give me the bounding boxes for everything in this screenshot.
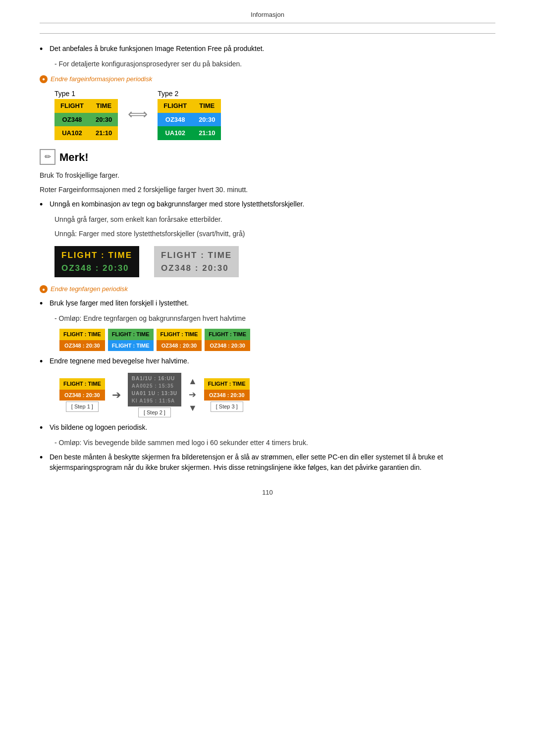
type1-table: FLIGHT TIME OZ348 20:30 UA102 21:10 xyxy=(54,99,118,140)
rot-cell-2-2: FLIGHT : TIME xyxy=(108,340,154,352)
rot-box-4: FLIGHT : TIME OZ348 : 20:30 xyxy=(205,329,250,351)
type2-table: FLIGHT TIME OZ348 20:30 UA102 21:10 xyxy=(158,99,221,140)
flight-1a: OZ348 xyxy=(54,113,90,127)
step3-row-2: OZ348 : 20:30 xyxy=(204,390,250,401)
step2-line2: AA0025 : 15:35 xyxy=(132,382,177,390)
double-arrow-icon: ⟺ xyxy=(128,104,148,125)
header-divider xyxy=(40,33,495,34)
step1-cell-1: FLIGHT : TIME xyxy=(59,378,105,390)
time-1a: 20:30 xyxy=(90,113,118,127)
bullet-text-6: Den beste månten å beskytte skjermen fra… xyxy=(50,452,495,473)
rot-row-4-2: OZ348 : 20:30 xyxy=(205,340,250,352)
bullet-text-1: Det anbefales å bruke funksjonen Image R… xyxy=(50,44,265,55)
step3-table: FLIGHT : TIME OZ348 : 20:30 xyxy=(204,378,250,401)
rot-cell-3-2: OZ348 : 20:30 xyxy=(157,340,202,352)
fd-black-line1: FLIGHT : TIME xyxy=(61,249,132,262)
display-boxes-row: FLIGHT : TIME OZ348 : 20:30 FLIGHT : TIM… xyxy=(54,246,495,277)
rot-cell-4-1: FLIGHT : TIME xyxy=(205,329,250,340)
merk-title: Merk! xyxy=(59,149,89,165)
step1-cell-2: OZ348 : 20:30 xyxy=(59,390,105,401)
bullet-dot-4: • xyxy=(40,356,50,367)
bullet-text-5: Vis bildene og logoen periodisk. xyxy=(50,422,147,434)
bullet-text-4: Endre tegnene med bevegelse hver halvtim… xyxy=(50,356,189,367)
step1-table: FLIGHT : TIME OZ348 : 20:30 xyxy=(59,378,105,401)
bullet-item-5: • Vis bildene og logoen periodisk. xyxy=(40,422,495,434)
display-box-gray: FLIGHT : TIME OZ348 : 20:30 xyxy=(154,246,239,277)
page-number: 110 xyxy=(40,488,495,498)
arrow-updown-wrapper: ▲ ➔ ▼ xyxy=(188,375,197,415)
type1-label: Type 1 xyxy=(54,89,118,99)
step3-label: [ Step 3 ] xyxy=(211,402,243,412)
rot-cell-4-2: OZ348 : 20:30 xyxy=(205,340,250,352)
bullet-item-6: • Den beste månten å beskytte skjermen f… xyxy=(40,452,495,473)
bullet-text-3: Bruk lyse farger med liten forskjell i l… xyxy=(50,298,189,309)
flight-1b: UA102 xyxy=(54,126,90,140)
table-row-2b: UA102 21:10 xyxy=(158,126,221,140)
rot-box-2: FLIGHT : TIME FLIGHT : TIME xyxy=(108,329,154,351)
step1-box: FLIGHT : TIME OZ348 : 20:30 [ Step 1 ] xyxy=(59,378,105,412)
flight-2a: OZ348 xyxy=(158,113,193,127)
rot-row-1-2: OZ348 : 20:30 xyxy=(59,340,105,352)
arrow-right-2-icon: ➔ xyxy=(189,388,196,402)
bullet-sub-5: - Omløp: Vis bevegende bilde sammen med … xyxy=(54,438,495,448)
orange-circle-icon: ● xyxy=(40,75,48,83)
arrow-up-icon: ▲ xyxy=(188,375,197,388)
sub2b: Unngå: Farger med store lystetthetsforsk… xyxy=(54,229,495,239)
time-2b: 21:10 xyxy=(193,126,221,140)
rot-row-1-1: FLIGHT : TIME xyxy=(59,329,105,340)
step3-cell-1: FLIGHT : TIME xyxy=(204,378,250,390)
bullet-dot-2: • xyxy=(40,199,50,210)
bullet-dot-5: • xyxy=(40,422,50,434)
display-box-black: FLIGHT : TIME OZ348 : 20:30 xyxy=(54,246,139,277)
rot-row-2-1: FLIGHT : TIME xyxy=(108,329,154,340)
bullet-item-1: • Det anbefales å bruke funksjonen Image… xyxy=(40,44,495,55)
type2-table-wrapper: Type 2 FLIGHT TIME OZ348 20:30 UA102 21:… xyxy=(158,89,221,140)
step2-scrambled-box: BA1/1U : 16:UU AA0025 : 15:35 UA01 1U : … xyxy=(128,373,181,406)
col-flight-1: FLIGHT xyxy=(54,99,90,113)
table-header-row-2: FLIGHT TIME xyxy=(158,99,221,113)
bullet-dot-3: • xyxy=(40,298,50,309)
type1-table-wrapper: Type 1 FLIGHT TIME OZ348 20:30 UA102 21:… xyxy=(54,89,118,140)
flight-2b: UA102 xyxy=(158,126,193,140)
step3-cell-2: OZ348 : 20:30 xyxy=(204,390,250,401)
table-header-row-1: FLIGHT TIME xyxy=(54,99,118,113)
steps-row: FLIGHT : TIME OZ348 : 20:30 [ Step 1 ] ➔… xyxy=(59,373,495,418)
fd-gray-line1: FLIGHT : TIME xyxy=(161,249,232,262)
time-2a: 20:30 xyxy=(193,113,221,127)
fd-gray-box: FLIGHT : TIME OZ348 : 20:30 xyxy=(154,246,239,277)
col-flight-2: FLIGHT xyxy=(158,99,193,113)
table-row-2a: OZ348 20:30 xyxy=(158,113,221,127)
step2-line3: UA01 1U : 13:3U xyxy=(132,390,177,397)
arrow-right-1-icon: ➔ xyxy=(112,387,121,403)
merk-icon: ✏ xyxy=(40,149,55,165)
bullet-sub-1: - For detaljerte konfigurasjonsprosedyre… xyxy=(54,59,495,69)
rot-box-1: FLIGHT : TIME OZ348 : 20:30 xyxy=(59,329,105,351)
rot-cell-3-1: FLIGHT : TIME xyxy=(157,329,202,340)
sub2a: Unngå grå farger, som enkelt kan forårsa… xyxy=(54,214,495,225)
page: Informasjon • Det anbefales å bruke funk… xyxy=(0,0,535,756)
rotation-boxes-row: FLIGHT : TIME OZ348 : 20:30 FLIGHT : TIM… xyxy=(59,329,495,351)
rot-box-3: FLIGHT : TIME OZ348 : 20:30 xyxy=(157,329,202,351)
section-title-1: ● Endre fargeinformasjonen periodisk xyxy=(40,74,495,84)
flight-tables-row: Type 1 FLIGHT TIME OZ348 20:30 UA102 21:… xyxy=(54,89,495,140)
rot-row-4-1: FLIGHT : TIME xyxy=(205,329,250,340)
bullet-item-2: • Unngå en kombinasjon av tegn og bakgru… xyxy=(40,199,495,210)
rot-cell-1-1: FLIGHT : TIME xyxy=(59,329,105,340)
step3-row-1: FLIGHT : TIME xyxy=(204,378,250,390)
table-row-1b: UA102 21:10 xyxy=(54,126,118,140)
section-title-2: ● Endre tegnfargen periodisk xyxy=(40,284,495,294)
step2-box: BA1/1U : 16:UU AA0025 : 15:35 UA01 1U : … xyxy=(128,373,181,418)
bullet-dot-6: • xyxy=(40,452,50,473)
arrow-down-icon: ▼ xyxy=(188,402,197,415)
bullet-item-3: • Bruk lyse farger med liten forskjell i… xyxy=(40,298,495,309)
step2-line1: BA1/1U : 16:UU xyxy=(132,375,177,382)
col-time-2: TIME xyxy=(193,99,221,113)
fd-black-line2: OZ348 : 20:30 xyxy=(61,262,132,275)
step3-box: FLIGHT : TIME OZ348 : 20:30 [ Step 3 ] xyxy=(204,378,250,412)
section-2-label: Endre tegnfargen periodisk xyxy=(51,284,128,294)
step1-label: [ Step 1 ] xyxy=(66,402,99,412)
rot-cell-1-2: OZ348 : 20:30 xyxy=(59,340,105,352)
time-1b: 21:10 xyxy=(90,126,118,140)
step2-label: [ Step 2 ] xyxy=(138,407,171,418)
rot-cell-2-1: FLIGHT : TIME xyxy=(108,329,154,340)
